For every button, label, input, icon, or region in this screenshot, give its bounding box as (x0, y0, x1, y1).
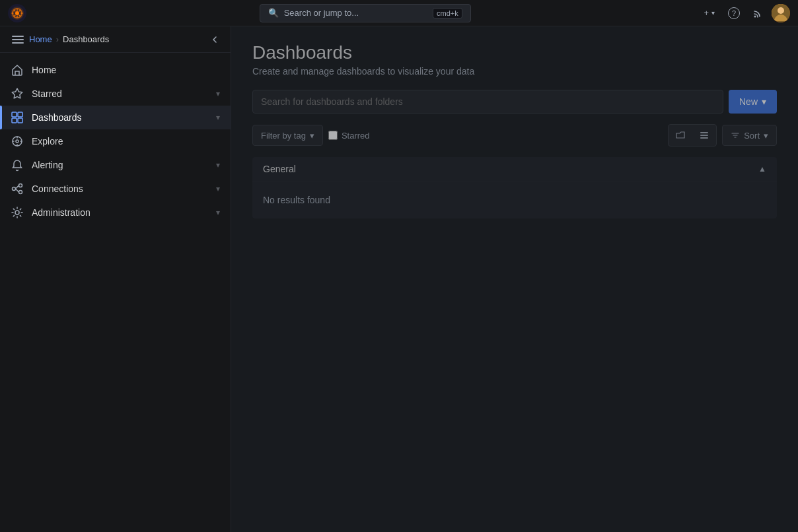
new-dashboard-button[interactable]: New ▾ (729, 90, 777, 114)
sidebar-item-explore-label: Explore (32, 136, 220, 147)
svg-point-4 (778, 7, 784, 14)
star-icon (11, 87, 24, 100)
sidebar-item-starred[interactable]: Starred ▾ (0, 82, 231, 106)
sidebar-item-dashboards[interactable]: Dashboards ▾ (0, 106, 231, 129)
topnav-actions: + ▾ ? (698, 4, 790, 22)
view-toggle (668, 124, 717, 147)
svg-rect-9 (18, 112, 22, 117)
sort-arrow: ▾ (764, 131, 768, 141)
explore-icon (11, 135, 24, 148)
dashboard-search-input[interactable] (252, 90, 723, 114)
starred-filter-text: Starred (342, 131, 370, 141)
sidebar: Home › Dashboards Home (0, 26, 231, 532)
starred-filter-label[interactable]: Starred (328, 131, 370, 141)
general-folder-section: General ▲ No results found (252, 157, 777, 218)
svg-rect-19 (700, 135, 708, 136)
sort-button[interactable]: Sort ▾ (722, 125, 777, 146)
user-avatar[interactable] (772, 4, 790, 22)
top-navigation: 🔍 Search or jump to... cmd+k + ▾ ? (0, 0, 798, 26)
help-button[interactable]: ? (723, 5, 745, 22)
topnav-search-area: 🔍 Search or jump to... cmd+k (37, 4, 693, 22)
filter-by-tag-button[interactable]: Filter by tag ▾ (252, 125, 323, 146)
sort-label: Sort (744, 131, 760, 141)
admin-gear-icon (11, 206, 24, 219)
hamburger-menu-button[interactable] (11, 32, 25, 47)
page-title: Dashboards (252, 42, 777, 63)
breadcrumb-current-page: Dashboards (63, 34, 109, 44)
sidebar-item-starred-label: Starred (32, 88, 208, 99)
dashboards-page: Dashboards Create and manage dashboards … (231, 26, 798, 234)
general-folder-name: General (263, 164, 758, 174)
connections-chevron-icon: ▾ (216, 184, 220, 193)
connections-icon (11, 182, 24, 195)
sidebar-item-alerting[interactable]: Alerting ▾ (0, 153, 231, 177)
svg-rect-6 (12, 39, 24, 40)
home-icon (11, 63, 24, 77)
svg-rect-8 (12, 112, 17, 117)
svg-rect-5 (12, 36, 24, 37)
dashboards-chevron-icon: ▾ (216, 113, 220, 122)
help-icon: ? (728, 7, 740, 19)
svg-point-1 (15, 11, 19, 15)
sidebar-navigation: Home Starred ▾ (0, 53, 231, 532)
svg-point-13 (16, 140, 18, 143)
search-placeholder-text: Search or jump to... (284, 8, 427, 18)
filter-row: Filter by tag ▾ Starred (252, 124, 777, 147)
page-subtitle: Create and manage dashboards to visualiz… (252, 66, 777, 77)
svg-rect-20 (700, 137, 708, 139)
general-folder-header[interactable]: General ▲ (252, 157, 777, 182)
collapse-sidebar-button[interactable] (209, 34, 220, 45)
news-feed-button[interactable] (748, 5, 769, 21)
search-new-row: New ▾ (252, 90, 777, 114)
new-button-label: New (739, 96, 758, 107)
rss-icon (753, 8, 764, 18)
list-view-button[interactable] (692, 125, 716, 146)
svg-rect-18 (700, 132, 708, 133)
search-shortcut-kbd: cmd+k (433, 8, 462, 18)
global-search-box[interactable]: 🔍 Search or jump to... cmd+k (260, 4, 471, 22)
alerting-chevron-icon: ▾ (216, 160, 220, 170)
main-content: Dashboards Create and manage dashboards … (231, 26, 798, 532)
grafana-logo[interactable] (8, 4, 26, 22)
new-dropdown-arrow: ▾ (711, 9, 715, 17)
svg-rect-11 (18, 118, 22, 123)
dashboards-icon (11, 111, 24, 124)
starred-filter-checkbox[interactable] (328, 131, 338, 140)
folder-collapse-icon: ▲ (758, 164, 766, 174)
sidebar-item-administration-label: Administration (32, 207, 208, 218)
empty-results-message: No results found (252, 182, 777, 218)
sidebar-item-explore[interactable]: Explore (0, 129, 231, 153)
sidebar-item-connections[interactable]: Connections ▾ (0, 177, 231, 201)
svg-rect-7 (12, 42, 24, 44)
administration-chevron-icon: ▾ (216, 208, 220, 217)
bell-icon (11, 158, 24, 172)
sidebar-item-dashboards-label: Dashboards (32, 112, 208, 123)
svg-point-17 (15, 211, 19, 215)
svg-rect-10 (12, 118, 17, 123)
sidebar-item-connections-label: Connections (32, 183, 208, 194)
sidebar-item-administration[interactable]: Administration ▾ (0, 201, 231, 224)
sidebar-breadcrumb: Home › Dashboards (0, 26, 231, 53)
sidebar-item-home-label: Home (32, 65, 220, 75)
breadcrumb-separator: › (56, 34, 59, 44)
starred-chevron-icon: ▾ (216, 89, 220, 98)
search-icon: 🔍 (268, 8, 279, 18)
svg-point-2 (754, 15, 756, 17)
new-button-arrow: ▾ (762, 96, 766, 107)
folder-view-button[interactable] (669, 125, 692, 146)
plus-icon: + (704, 8, 709, 18)
filter-tag-arrow: ▾ (310, 131, 314, 141)
sidebar-item-home[interactable]: Home (0, 58, 231, 82)
main-layout: Home › Dashboards Home (0, 26, 798, 532)
sidebar-item-alerting-label: Alerting (32, 160, 208, 170)
breadcrumb-home-link[interactable]: Home (29, 34, 52, 44)
new-button[interactable]: + ▾ (698, 5, 720, 20)
filter-tag-label: Filter by tag (261, 131, 306, 141)
